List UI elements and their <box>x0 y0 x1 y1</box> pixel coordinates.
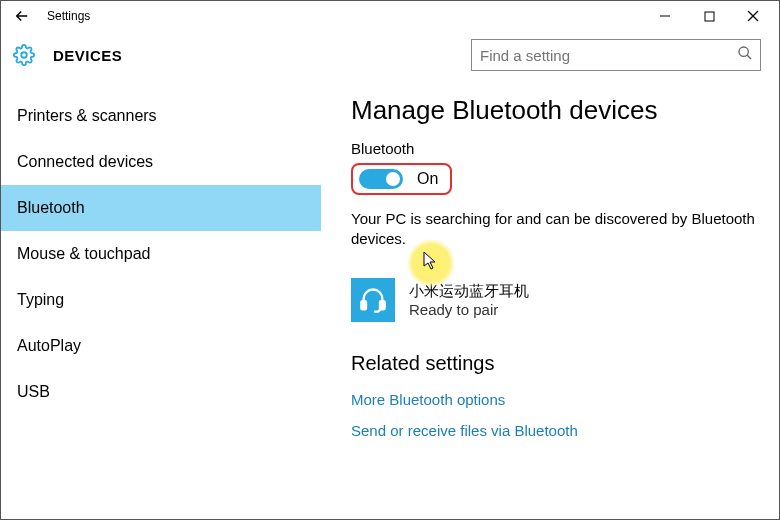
toggle-label: Bluetooth <box>351 140 757 157</box>
sidebar-item-connected[interactable]: Connected devices <box>1 139 321 185</box>
svg-line-6 <box>747 55 751 59</box>
title-bar: Settings <box>1 1 779 31</box>
maximize-button[interactable] <box>687 1 731 31</box>
close-button[interactable] <box>731 1 775 31</box>
header: DEVICES <box>1 31 779 87</box>
link-more-options[interactable]: More Bluetooth options <box>351 391 757 408</box>
cursor-icon <box>423 251 439 276</box>
sidebar-item-usb[interactable]: USB <box>1 369 321 415</box>
status-description: Your PC is searching for and can be disc… <box>351 209 757 250</box>
related-heading: Related settings <box>351 352 757 375</box>
device-name: 小米运动蓝牙耳机 <box>409 282 529 301</box>
bluetooth-toggle[interactable] <box>359 169 403 189</box>
svg-rect-1 <box>705 12 714 21</box>
headset-icon <box>351 278 395 322</box>
section-title: DEVICES <box>53 47 122 64</box>
sidebar-item-mouse[interactable]: Mouse & touchpad <box>1 231 321 277</box>
search-input[interactable] <box>471 39 761 71</box>
svg-rect-8 <box>380 301 385 309</box>
search-icon <box>737 45 755 63</box>
svg-point-4 <box>21 52 27 58</box>
device-status: Ready to pair <box>409 301 529 318</box>
bluetooth-toggle-box: On <box>351 163 452 195</box>
svg-rect-7 <box>361 301 366 309</box>
device-item[interactable]: 小米运动蓝牙耳机 Ready to pair <box>351 278 757 322</box>
window-title: Settings <box>47 9 90 23</box>
sidebar: Printers & scanners Connected devices Bl… <box>1 87 321 515</box>
link-send-receive[interactable]: Send or receive files via Bluetooth <box>351 422 757 439</box>
minimize-button[interactable] <box>643 1 687 31</box>
sidebar-item-printers[interactable]: Printers & scanners <box>1 93 321 139</box>
search-box[interactable] <box>471 39 761 71</box>
sidebar-item-typing[interactable]: Typing <box>1 277 321 323</box>
sidebar-item-bluetooth[interactable]: Bluetooth <box>1 185 321 231</box>
content-pane: Manage Bluetooth devices Bluetooth On Yo… <box>321 87 779 515</box>
gear-icon <box>13 44 35 66</box>
back-button[interactable] <box>5 1 39 31</box>
page-heading: Manage Bluetooth devices <box>351 95 757 126</box>
svg-point-5 <box>739 47 748 56</box>
toggle-state-text: On <box>417 170 438 188</box>
sidebar-item-autoplay[interactable]: AutoPlay <box>1 323 321 369</box>
